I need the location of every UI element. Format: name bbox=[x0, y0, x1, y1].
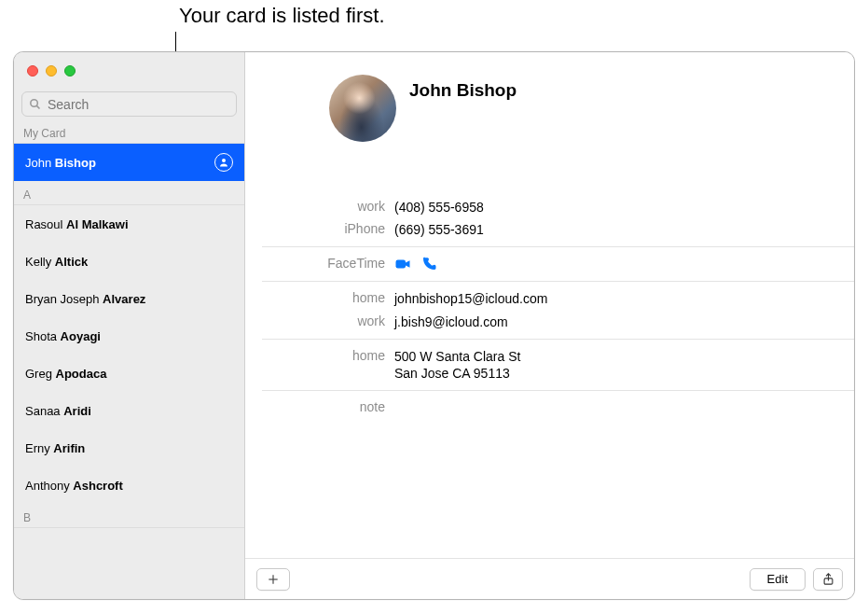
contact-last-name: Al Malkawi bbox=[66, 217, 128, 231]
divider bbox=[262, 390, 854, 391]
bottom-toolbar: Edit bbox=[245, 558, 854, 599]
list-item[interactable]: Kelly Altick bbox=[14, 243, 244, 280]
contact-last-name: Altick bbox=[55, 255, 88, 269]
contact-first-name: Sanaa bbox=[25, 404, 63, 418]
contact-list: My Card John Bishop A Rasoul Al Malkawi … bbox=[14, 124, 244, 599]
list-item[interactable]: Erny Arifin bbox=[14, 429, 244, 467]
note-row: note bbox=[245, 397, 854, 417]
field-label: home bbox=[245, 290, 394, 305]
field-value[interactable]: johnbishop15@icloud.com bbox=[394, 290, 547, 307]
search-input[interactable] bbox=[42, 97, 236, 112]
divider bbox=[262, 339, 854, 340]
address-row: home 500 W Santa Clara St San Jose CA 95… bbox=[245, 345, 854, 384]
list-item[interactable]: Anthony Ashcroft bbox=[14, 467, 244, 504]
share-button[interactable] bbox=[813, 568, 843, 591]
contact-fields: work (408) 555-6958 iPhone (669) 555-369… bbox=[245, 196, 854, 417]
divider bbox=[262, 246, 854, 247]
list-item[interactable]: Greg Apodaca bbox=[14, 355, 244, 392]
list-item[interactable]: Sanaa Aridi bbox=[14, 392, 244, 429]
email-home-row: home johnbishop15@icloud.com bbox=[245, 287, 854, 310]
edit-button[interactable]: Edit bbox=[750, 568, 806, 591]
field-value[interactable]: 500 W Santa Clara St San Jose CA 95113 bbox=[394, 348, 520, 382]
field-label: home bbox=[245, 348, 394, 363]
my-card-section-header: My Card bbox=[14, 124, 244, 144]
contact-last-name: Bishop bbox=[55, 156, 96, 170]
contact-first-name: Anthony bbox=[25, 479, 73, 493]
field-label: work bbox=[245, 313, 394, 328]
svg-rect-3 bbox=[396, 260, 406, 269]
contact-last-name: Arifin bbox=[53, 441, 85, 455]
contact-name-heading: John Bishop bbox=[409, 75, 517, 101]
list-item[interactable]: Rasoul Al Malkawi bbox=[14, 205, 244, 243]
field-value[interactable]: (669) 555-3691 bbox=[394, 221, 484, 238]
search-icon bbox=[28, 97, 42, 111]
share-icon bbox=[821, 572, 835, 586]
field-label: work bbox=[245, 199, 394, 214]
contact-first-name: Kelly bbox=[25, 255, 55, 269]
list-item[interactable]: Bryan Joseph Alvarez bbox=[14, 280, 244, 317]
address-line-1: 500 W Santa Clara St bbox=[394, 348, 520, 365]
phone-iphone-row: iPhone (669) 555-3691 bbox=[245, 218, 854, 241]
fullscreen-window-button[interactable] bbox=[64, 65, 76, 77]
callout-text: Your card is listed first. bbox=[179, 4, 385, 28]
plus-icon bbox=[267, 573, 280, 586]
facetime-video-icon[interactable] bbox=[394, 256, 411, 272]
avatar[interactable] bbox=[329, 75, 396, 142]
facetime-audio-icon[interactable] bbox=[420, 256, 437, 272]
facetime-row: FaceTime bbox=[245, 253, 854, 275]
section-header-b: B bbox=[14, 504, 244, 528]
contact-first-name: Rasoul bbox=[25, 217, 66, 231]
my-card-badge-icon bbox=[214, 153, 233, 172]
close-window-button[interactable] bbox=[27, 65, 38, 77]
phone-work-row: work (408) 555-6958 bbox=[245, 196, 854, 218]
contact-first-name: John bbox=[25, 156, 55, 170]
minimize-window-button[interactable] bbox=[46, 65, 57, 77]
field-value[interactable]: j.bish9@icloud.com bbox=[394, 313, 508, 330]
contact-first-name: Bryan Joseph bbox=[25, 292, 103, 306]
field-value[interactable]: (408) 555-6958 bbox=[394, 199, 484, 216]
contact-first-name: Shota bbox=[25, 329, 61, 343]
svg-point-2 bbox=[222, 159, 226, 162]
field-label: FaceTime bbox=[245, 256, 394, 271]
svg-point-0 bbox=[31, 100, 38, 107]
email-work-row: work j.bish9@icloud.com bbox=[245, 311, 854, 333]
section-header-a: A bbox=[14, 181, 244, 205]
field-label: note bbox=[245, 399, 394, 414]
contact-last-name: Apodaca bbox=[56, 367, 107, 381]
svg-line-1 bbox=[36, 105, 39, 108]
app-window: My Card John Bishop A Rasoul Al Malkawi … bbox=[13, 51, 855, 600]
contact-last-name: Aoyagi bbox=[61, 329, 101, 343]
address-line-2: San Jose CA 95113 bbox=[394, 365, 520, 382]
contact-last-name: Ashcroft bbox=[73, 479, 122, 493]
sidebar: My Card John Bishop A Rasoul Al Malkawi … bbox=[14, 52, 245, 599]
my-card-row[interactable]: John Bishop bbox=[14, 144, 244, 181]
contact-last-name: Alvarez bbox=[103, 292, 145, 306]
contact-last-name: Aridi bbox=[63, 404, 91, 418]
contact-first-name: Greg bbox=[25, 367, 56, 381]
contact-detail-pane: John Bishop work (408) 555-6958 iPhone (… bbox=[245, 52, 854, 599]
window-controls bbox=[14, 52, 244, 90]
list-item[interactable]: Shota Aoyagi bbox=[14, 317, 244, 355]
divider bbox=[262, 281, 854, 282]
search-field[interactable] bbox=[21, 91, 237, 117]
add-contact-button[interactable] bbox=[256, 568, 290, 591]
contact-first-name: Erny bbox=[25, 441, 53, 455]
field-label: iPhone bbox=[245, 221, 394, 236]
